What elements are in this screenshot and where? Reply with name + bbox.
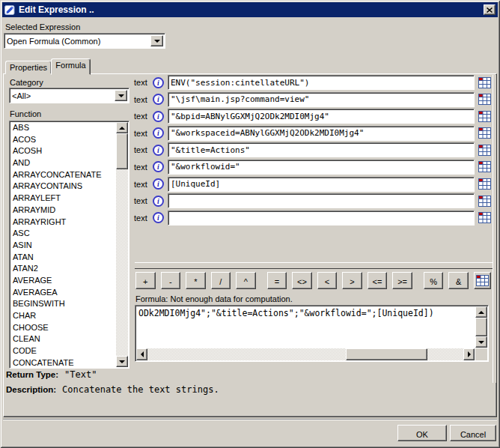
scroll-left-icon[interactable]	[136, 348, 147, 360]
operator-plus-button[interactable]: +	[135, 272, 156, 289]
expression-row: text	[134, 142, 492, 157]
expression-value-input[interactable]	[168, 177, 475, 192]
scroll-down-icon[interactable]	[116, 356, 128, 367]
operator-percent-button[interactable]: %	[424, 272, 444, 289]
scroll-up-icon[interactable]	[116, 122, 128, 133]
function-list-item[interactable]: ARRAYCONCATENATE	[10, 169, 116, 181]
function-list-item[interactable]: AVERAGEA	[10, 287, 116, 299]
expression-value-input[interactable]	[168, 92, 475, 107]
expression-value-input[interactable]	[168, 142, 475, 157]
grid-table-icon[interactable]	[478, 94, 492, 106]
function-list-item[interactable]: CHOOSE	[10, 322, 116, 334]
formula-vertical-scrollbar[interactable]	[475, 306, 487, 348]
expression-value-input[interactable]	[168, 109, 475, 124]
formula-status: Formula: Not enough data for computation…	[135, 294, 293, 303]
horizontal-splitter[interactable]	[135, 262, 493, 269]
description-label: Description:	[6, 385, 56, 394]
function-list-item[interactable]: ABS	[10, 122, 116, 134]
function-list-item[interactable]: AND	[10, 157, 116, 169]
tab-formula[interactable]: Formula	[51, 58, 91, 75]
formula-preview-text[interactable]: ODk2MDI0Mjg4";"&title=Actions";"&workflo…	[137, 307, 474, 347]
expression-value-input[interactable]	[168, 193, 475, 208]
info-icon[interactable]	[153, 127, 164, 139]
chevron-down-icon[interactable]	[150, 35, 163, 46]
function-list-item[interactable]: CLEAN	[10, 333, 116, 345]
vertical-splitter[interactable]	[493, 75, 497, 383]
grid-table-icon[interactable]	[478, 110, 492, 122]
info-icon[interactable]	[153, 77, 164, 88]
operator-equals-button[interactable]: =	[267, 272, 287, 289]
expression-value-input[interactable]	[168, 126, 475, 141]
row-type-label: text	[134, 112, 152, 121]
function-list-item[interactable]: CONCATENATE	[10, 357, 116, 367]
operator-greaterequal-button[interactable]: >=	[392, 272, 412, 289]
function-list-item[interactable]: ACOSH	[10, 145, 116, 157]
function-list-item[interactable]: ACOS	[10, 134, 116, 146]
function-list-item[interactable]: CODE	[10, 345, 116, 357]
operator-lessthan-button[interactable]: <	[317, 272, 338, 289]
function-list-item[interactable]: ASIN	[10, 240, 116, 252]
expression-row: text	[134, 160, 492, 175]
grid-table-icon[interactable]	[478, 76, 492, 88]
info-icon[interactable]	[153, 178, 164, 190]
scrollbar-thumb[interactable]	[346, 348, 427, 360]
scrollbar-thumb[interactable]	[116, 133, 128, 169]
function-list-item[interactable]: ATAN	[10, 252, 116, 264]
operator-notequal-button[interactable]: <>	[292, 272, 312, 289]
grid-table-icon[interactable]	[478, 144, 492, 156]
row-type-label: text	[134, 180, 152, 189]
info-icon[interactable]	[153, 161, 164, 172]
edit-expression-dialog: Edit Expression .. Selected Expression O…	[0, 0, 500, 448]
tab-properties-label: Properties	[10, 63, 47, 72]
scrollbar-thumb[interactable]	[475, 318, 487, 336]
info-icon[interactable]	[153, 111, 164, 122]
grid-table-icon[interactable]	[474, 272, 491, 289]
expression-value-input[interactable]	[168, 75, 475, 90]
title-bar[interactable]: Edit Expression ..	[2, 2, 498, 17]
operator-greaterthan-button[interactable]: >	[342, 272, 362, 289]
expression-value-input[interactable]	[168, 160, 475, 175]
info-icon[interactable]	[153, 196, 164, 207]
row-type-label: text	[134, 214, 152, 223]
grid-table-icon[interactable]	[478, 127, 492, 139]
function-list-item[interactable]: ARRAYMID	[10, 205, 116, 217]
grid-table-icon[interactable]	[478, 178, 492, 190]
grid-table-icon[interactable]	[478, 161, 492, 173]
function-list-item[interactable]: ARRAYCONTAINS	[10, 181, 116, 193]
function-list-item[interactable]: ATAN2	[10, 263, 116, 275]
expression-value-input[interactable]	[168, 211, 475, 225]
operator-ampersand-button[interactable]: &	[448, 272, 469, 289]
selected-expression-combobox[interactable]: Open Formula (Common)	[4, 33, 165, 49]
category-value: <All>	[12, 91, 112, 101]
function-list-item[interactable]: ARRAYLEFT	[10, 193, 116, 205]
operator-minus-button[interactable]: -	[161, 272, 181, 289]
formula-horizontal-scrollbar[interactable]	[136, 348, 475, 360]
grid-table-icon[interactable]	[478, 195, 492, 207]
return-type-value: "Text"	[64, 369, 97, 380]
expression-row: text	[134, 109, 492, 124]
scroll-up-icon[interactable]	[475, 306, 487, 318]
grid-table-icon[interactable]	[478, 212, 492, 224]
function-list-item[interactable]: AVERAGE	[10, 275, 116, 287]
ok-button[interactable]: OK	[397, 425, 447, 441]
chevron-down-icon[interactable]	[115, 90, 127, 101]
function-list-scrollbar[interactable]	[116, 122, 128, 367]
info-icon[interactable]	[153, 145, 164, 156]
function-list-item[interactable]: BEGINSWITH	[10, 298, 116, 310]
function-list-item[interactable]: CHAR	[10, 310, 116, 322]
cancel-button[interactable]: Cancel	[450, 425, 496, 441]
function-listbox: ABS ACOS ACOSH AND ARRAYCONCATENATE ARRA…	[9, 121, 129, 369]
category-combobox[interactable]: <All>	[9, 88, 129, 103]
operator-lessequal-button[interactable]: <=	[368, 272, 388, 289]
tab-properties[interactable]: Properties	[5, 61, 52, 74]
operator-divide-button[interactable]: /	[211, 272, 231, 289]
info-icon[interactable]	[153, 94, 164, 105]
scroll-right-icon[interactable]	[463, 348, 475, 360]
scroll-down-icon[interactable]	[475, 336, 487, 348]
operator-multiply-button[interactable]: *	[186, 272, 206, 289]
info-icon[interactable]	[153, 212, 164, 223]
close-icon[interactable]	[484, 4, 496, 15]
operator-power-button[interactable]: ^	[236, 272, 256, 289]
function-list-item[interactable]: ASC	[10, 228, 116, 240]
function-list-item[interactable]: ARRAYRIGHT	[10, 217, 116, 228]
